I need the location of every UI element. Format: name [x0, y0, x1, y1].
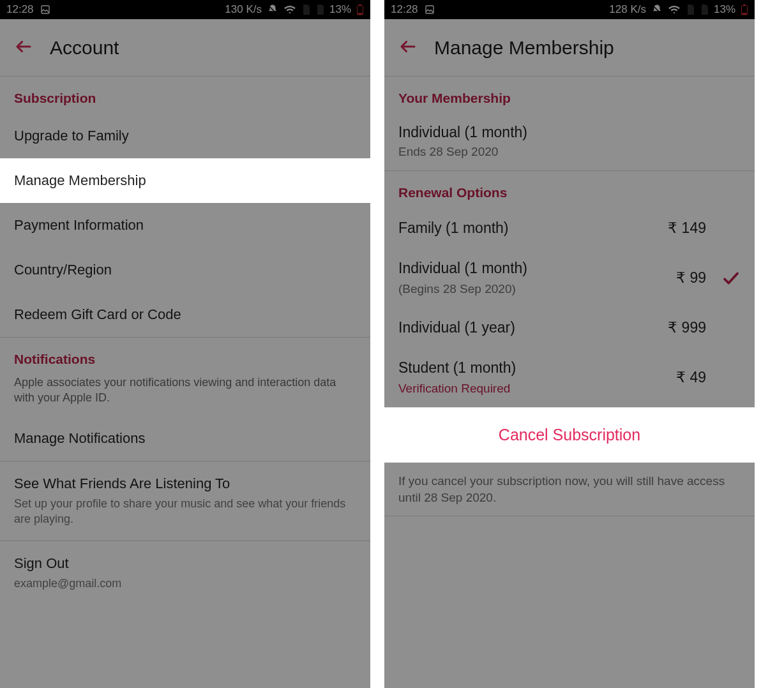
battery-icon	[741, 4, 748, 15]
cancel-footnote: If you cancel your subscription now, you…	[384, 463, 755, 516]
option-title: Individual (1 month)	[398, 260, 661, 277]
option-sub: Verification Required	[398, 382, 661, 396]
back-icon[interactable]	[398, 37, 418, 59]
svg-rect-3	[358, 13, 362, 14]
row-upgrade-family[interactable]: Upgrade to Family	[0, 114, 370, 158]
row-friends[interactable]: See What Friends Are Listening To Set up…	[0, 461, 370, 541]
image-icon	[425, 4, 435, 15]
row-label: Manage Notifications	[14, 430, 145, 446]
page-title: Manage Membership	[434, 37, 614, 59]
subscription-header: Subscription	[0, 77, 370, 114]
renewal-header: Renewal Options	[384, 171, 755, 208]
bell-off-icon	[651, 4, 663, 15]
status-bar: 12:28 130 K/s 13%	[0, 0, 370, 19]
renewal-option-student[interactable]: Student (1 month) Verification Required …	[384, 348, 755, 407]
svg-rect-2	[359, 4, 361, 6]
status-battery-pct: 13%	[714, 3, 735, 16]
row-label: See What Friends Are Listening To	[14, 475, 230, 491]
your-membership-header: Your Membership	[384, 77, 755, 114]
wifi-icon	[283, 4, 296, 15]
option-title: Family (1 month)	[398, 220, 661, 237]
check-icon	[712, 269, 741, 288]
sim2-icon	[315, 4, 324, 15]
row-label: Redeem Gift Card or Code	[14, 306, 181, 322]
notifications-header: Notifications	[0, 338, 370, 375]
bell-off-icon	[267, 4, 278, 15]
cancel-label: Cancel Subscription	[499, 426, 640, 444]
row-manage-notifications[interactable]: Manage Notifications	[0, 416, 370, 461]
svg-rect-4	[426, 6, 433, 13]
row-manage-membership[interactable]: Manage Membership	[0, 158, 370, 203]
row-redeem[interactable]: Redeem Gift Card or Code	[0, 292, 370, 337]
row-country-region[interactable]: Country/Region	[0, 248, 370, 292]
option-price: ₹ 999	[661, 319, 706, 336]
status-speed: 130 K/s	[225, 3, 262, 16]
renewal-option-individual-year[interactable]: Individual (1 year) ₹ 999	[384, 308, 755, 348]
wifi-icon	[668, 4, 681, 15]
row-label: Upgrade to Family	[14, 128, 129, 144]
row-label: Manage Membership	[14, 172, 146, 188]
app-bar: Manage Membership	[384, 19, 755, 77]
membership-end: Ends 28 Sep 2020	[398, 145, 741, 159]
sim2-icon	[700, 4, 709, 15]
renewal-option-family[interactable]: Family (1 month) ₹ 149	[384, 208, 755, 248]
status-bar: 12:28 128 K/s 13%	[384, 0, 755, 19]
status-battery-pct: 13%	[329, 3, 351, 16]
left-screen: 12:28 130 K/s 13%	[0, 0, 370, 688]
row-label: Sign Out	[14, 555, 69, 571]
app-bar: Account	[0, 19, 370, 77]
row-label: Payment Information	[14, 217, 144, 233]
option-title: Student (1 month)	[398, 359, 661, 377]
row-sublabel: Set up your profile to share your music …	[14, 496, 356, 527]
battery-icon	[356, 4, 364, 15]
image-icon	[40, 4, 50, 15]
option-price: ₹ 149	[661, 220, 706, 237]
page-title: Account	[50, 37, 119, 59]
row-payment-info[interactable]: Payment Information	[0, 203, 370, 248]
current-membership: Individual (1 month) Ends 28 Sep 2020	[384, 114, 755, 170]
option-price: ₹ 49	[661, 369, 706, 386]
option-title: Individual (1 year)	[398, 319, 661, 336]
svg-rect-0	[41, 6, 49, 13]
cancel-subscription-button[interactable]: Cancel Subscription	[384, 407, 755, 463]
row-sign-out[interactable]: Sign Out example@gmail.com	[0, 541, 370, 605]
status-time: 12:28	[391, 3, 418, 16]
status-time: 12:28	[6, 3, 34, 16]
option-price: ₹ 99	[661, 269, 706, 287]
status-speed: 128 K/s	[609, 3, 646, 16]
sim1-icon	[301, 4, 310, 15]
svg-rect-7	[742, 13, 746, 14]
back-icon[interactable]	[14, 37, 33, 59]
sim1-icon	[686, 4, 695, 15]
row-email: example@gmail.com	[14, 576, 356, 591]
notifications-sub: Apple associates your notifications view…	[0, 375, 370, 416]
right-screen: 12:28 128 K/s 13%	[384, 0, 755, 688]
option-sub: (Begins 28 Sep 2020)	[398, 282, 661, 296]
row-label: Country/Region	[14, 262, 112, 278]
membership-title: Individual (1 month)	[398, 124, 741, 141]
svg-rect-6	[743, 4, 746, 6]
renewal-option-individual-month[interactable]: Individual (1 month) (Begins 28 Sep 2020…	[384, 248, 755, 308]
